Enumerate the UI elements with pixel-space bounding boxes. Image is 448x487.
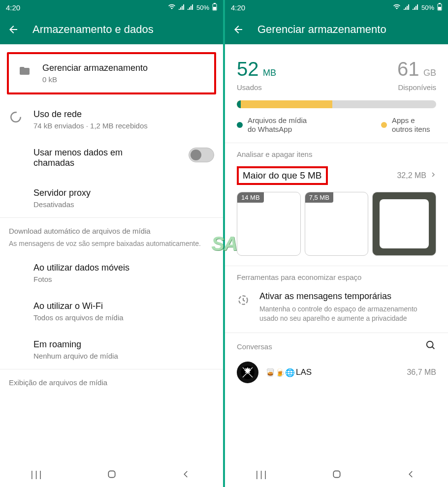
svg-rect-6 (439, 3, 441, 4)
back-button-nav[interactable] (177, 465, 195, 483)
media-thumb[interactable] (372, 192, 436, 256)
chat-name-wrap: 🥃🍺🌐 LAS (265, 367, 312, 377)
proxy-title: Servidor proxy (33, 188, 214, 198)
larger-title-highlight: Maior do que 5 MB (237, 166, 328, 185)
app-header: Armazenamento e dados (0, 15, 223, 44)
page-title: Gerenciar armazenamento (257, 23, 386, 36)
storage-progress (237, 100, 436, 108)
proxy-item[interactable]: Servidor proxy Desativadas (0, 179, 223, 217)
back-button[interactable] (231, 22, 246, 37)
proxy-sub: Desativadas (33, 200, 214, 209)
temp-title: Ativar as mensagens temporárias (259, 291, 436, 302)
battery-text: 50% (196, 4, 209, 11)
dot-green-icon (237, 122, 243, 128)
chats-header-row: Conversas (225, 333, 448, 358)
manage-storage-title: Gerenciar armazenamento (42, 63, 205, 73)
autodl-mobile-sub: Fotos (33, 275, 214, 283)
autodl-roaming-item[interactable]: Em roaming Nenhum arquivo de mídia (0, 331, 223, 369)
back-button-nav[interactable] (402, 465, 420, 483)
battery-icon (212, 3, 217, 12)
signal-icon-1 (404, 4, 410, 11)
dot-yellow-icon (381, 122, 387, 128)
left-screenshot: 4:20 50% Armazenamento e dados (0, 0, 223, 487)
chat-avatar (237, 362, 258, 383)
temporary-messages-item[interactable]: Ativar as mensagens temporárias Mantenha… (225, 287, 448, 333)
autodl-mobile-item[interactable]: Ao utilizar dados móveis Fotos (0, 254, 223, 292)
avail-value: 61 GB (397, 58, 436, 80)
thumb-size-label: 14 MB (237, 192, 264, 203)
chevron-right-icon (430, 170, 436, 181)
manage-storage-item[interactable]: Gerenciar armazenamento 0 kB (7, 52, 216, 94)
less-data-item[interactable]: Usar menos dados em chamadas (0, 139, 223, 179)
media-thumb[interactable]: 14 MB (237, 192, 301, 256)
manage-storage-sub: 0 kB (42, 75, 205, 84)
chats-header: Conversas (237, 342, 272, 351)
temp-sub: Mantenha o controle do espaço de armazen… (259, 304, 436, 323)
autodl-wifi-sub: Todos os arquivos de mídia (33, 313, 214, 322)
android-navbar: ||| (225, 461, 448, 487)
used-unit: MB (263, 68, 276, 78)
back-button[interactable] (6, 22, 21, 37)
autodl-roaming-title: Em roaming (33, 339, 214, 350)
avail-label: Disponíveis (398, 83, 436, 91)
android-navbar: ||| (0, 461, 223, 487)
signal-icon-2 (413, 4, 418, 11)
legend-whatsapp-label: Arquivos de mídia do WhatsApp (248, 116, 317, 134)
svg-rect-2 (213, 7, 216, 10)
battery-text: 50% (421, 4, 434, 11)
network-usage-item[interactable]: Uso de rede 74 kB enviados · 1,2 MB rece… (0, 100, 223, 139)
thumb-size-label: 7,5 MB (305, 192, 333, 203)
legend-apps-label: Apps e outros itens (392, 116, 436, 134)
larger-title: Maior do que 5 MB (243, 170, 322, 181)
wifi-icon (168, 3, 176, 12)
used-label: Usados (237, 83, 262, 91)
svg-point-3 (11, 112, 21, 122)
legend-apps: Apps e outros itens (381, 116, 436, 134)
search-icon[interactable] (425, 340, 436, 353)
recents-button[interactable]: ||| (254, 465, 271, 483)
chat-size: 36,7 MB (407, 368, 436, 377)
chat-name: LAS (296, 367, 312, 377)
recents-button[interactable]: ||| (29, 465, 46, 483)
signal-icon-1 (179, 4, 185, 11)
display-header: Exibição de arquivos de mídia (0, 369, 223, 396)
larger-than-item[interactable]: Maior do que 5 MB 32,2 MB (225, 164, 448, 187)
media-thumb[interactable]: 7,5 MB (305, 192, 369, 256)
chat-row[interactable]: 🥃🍺🌐 LAS 36,7 MB (225, 358, 448, 387)
less-data-toggle[interactable] (189, 148, 214, 162)
svg-rect-1 (214, 3, 216, 4)
less-data-title: Usar menos dados em chamadas (33, 148, 152, 168)
wifi-icon (393, 3, 401, 12)
chat-emoji: 🥃🍺🌐 (265, 368, 295, 377)
tools-header: Ferramentas para economizar espaço (225, 266, 448, 287)
status-bar: 4:20 50% (0, 0, 223, 15)
status-time: 4:20 (231, 3, 245, 12)
status-bar: 4:20 50% (225, 0, 448, 15)
storage-legend: Arquivos de mídia do WhatsApp Apps e out… (237, 116, 436, 134)
status-right: 50% (393, 3, 442, 12)
home-button[interactable] (328, 465, 346, 483)
avail-unit: GB (423, 68, 436, 78)
autodl-mobile-title: Ao utilizar dados móveis (33, 263, 214, 273)
autodl-roaming-sub: Nenhum arquivo de mídia (33, 352, 214, 360)
larger-size: 32,2 MB (397, 171, 426, 180)
svg-rect-4 (108, 471, 115, 477)
progress-apps-fill (237, 100, 332, 108)
analyze-header: Analisar e apagar itens (225, 143, 448, 164)
svg-rect-11 (333, 471, 340, 477)
home-button[interactable] (103, 465, 121, 483)
used-num: 52 (237, 58, 259, 80)
svg-point-9 (427, 341, 433, 348)
timer-icon (237, 293, 251, 307)
app-header: Gerenciar armazenamento (225, 15, 448, 44)
autodl-wifi-title: Ao utilizar o Wi-Fi (33, 301, 214, 311)
page-title: Armazenamento e dados (32, 23, 154, 36)
autodl-wifi-item[interactable]: Ao utilizar o Wi-Fi Todos os arquivos de… (0, 292, 223, 331)
signal-icon-2 (188, 4, 193, 11)
legend-whatsapp: Arquivos de mídia do WhatsApp (237, 116, 317, 134)
thumb-inner (380, 199, 429, 248)
status-right: 50% (168, 3, 217, 12)
storage-summary: 52 MB 61 GB Usados Disponíveis Arquivos … (225, 44, 448, 143)
right-screenshot: 4:20 50% Gerenciar armazenamento 52 (225, 0, 448, 487)
status-time: 4:20 (6, 3, 20, 12)
